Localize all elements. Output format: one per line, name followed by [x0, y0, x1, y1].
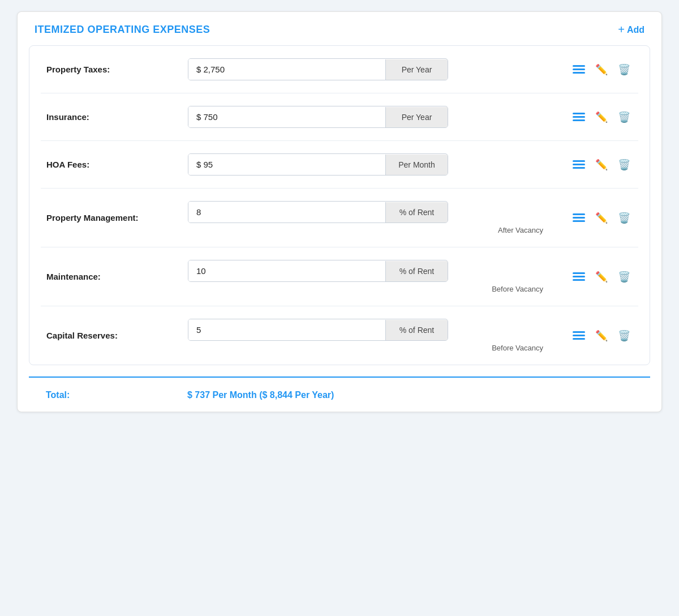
expense-label-property-management: Property Management: [46, 213, 177, 223]
sub-label-property-management: After Vacancy [287, 226, 548, 234]
expense-row: Property Taxes: Per Year ✏️ 🗑️ [41, 46, 638, 93]
input-with-unit-capital-reserves: % of Rent [188, 319, 448, 341]
unit-badge-hoa-fees: Per Month [385, 155, 448, 175]
edit-button-insurance[interactable]: ✏️ [593, 109, 610, 126]
edit-button-capital-reserves[interactable]: ✏️ [593, 327, 610, 344]
reorder-button-insurance[interactable] [570, 110, 587, 123]
action-icons-insurance: ✏️ 🗑️ [570, 109, 633, 126]
expense-input-group-property-management: % of Rent After Vacancy [188, 201, 548, 234]
expense-label-insurance: Insurance: [46, 112, 177, 122]
expense-input-maintenance[interactable] [188, 260, 385, 281]
expense-input-property-management[interactable] [188, 202, 385, 223]
unit-badge-property-management: % of Rent [385, 202, 448, 223]
reorder-icon-property-management [573, 213, 585, 222]
expense-label-maintenance: Maintenance: [46, 272, 177, 281]
pencil-icon-maintenance: ✏️ [595, 271, 608, 283]
expense-label-capital-reserves: Capital Reserves: [46, 331, 177, 340]
reorder-icon-property-taxes [573, 65, 585, 74]
expense-input-group-hoa-fees: Per Month [188, 153, 548, 176]
trash-icon-property-management: 🗑️ [618, 212, 630, 224]
expenses-list: Property Taxes: Per Year ✏️ 🗑️ [29, 45, 650, 365]
trash-icon-capital-reserves: 🗑️ [618, 330, 630, 342]
plus-icon: + [618, 23, 625, 36]
expense-input-group-maintenance: % of Rent Before Vacancy [188, 260, 548, 293]
reorder-button-property-management[interactable] [570, 211, 587, 224]
expense-row: Insurance: Per Year ✏️ 🗑️ [41, 93, 638, 141]
delete-button-capital-reserves[interactable]: 🗑️ [616, 327, 633, 344]
expense-input-group-insurance: Per Year [188, 106, 548, 128]
expense-input-hoa-fees[interactable] [188, 154, 385, 175]
pencil-icon-insurance: ✏️ [595, 111, 608, 123]
expense-input-group-capital-reserves: % of Rent Before Vacancy [188, 319, 548, 352]
unit-badge-capital-reserves: % of Rent [385, 320, 448, 340]
pencil-icon-property-taxes: ✏️ [595, 63, 608, 76]
action-icons-property-taxes: ✏️ 🗑️ [570, 61, 633, 78]
delete-button-property-management[interactable]: 🗑️ [616, 209, 633, 226]
trash-icon-hoa-fees: 🗑️ [618, 159, 630, 171]
expense-row: Property Management: % of Rent After Vac… [41, 189, 638, 247]
input-with-unit-maintenance: % of Rent [188, 260, 448, 282]
reorder-icon-insurance [573, 113, 585, 121]
sub-label-capital-reserves: Before Vacancy [287, 344, 548, 352]
expense-label-hoa-fees: HOA Fees: [46, 160, 177, 169]
reorder-button-maintenance[interactable] [570, 270, 587, 283]
reorder-icon-maintenance [573, 272, 585, 281]
total-value: $ 737 Per Month ($ 8,844 Per Year) [187, 390, 334, 400]
input-with-unit-property-management: % of Rent [188, 201, 448, 223]
reorder-button-hoa-fees[interactable] [570, 158, 587, 171]
edit-button-property-taxes[interactable]: ✏️ [593, 61, 610, 78]
delete-button-hoa-fees[interactable]: 🗑️ [616, 156, 633, 173]
page-title: ITEMIZED OPERATING EXPENSES [35, 24, 210, 36]
trash-icon-maintenance: 🗑️ [618, 271, 630, 283]
add-label: Add [627, 25, 644, 35]
expense-input-property-taxes[interactable] [188, 59, 385, 80]
action-icons-capital-reserves: ✏️ 🗑️ [570, 327, 633, 344]
input-with-unit-property-taxes: Per Year [188, 58, 448, 80]
expense-row: Capital Reserves: % of Rent Before Vacan… [41, 306, 638, 365]
expense-label-property-taxes: Property Taxes: [46, 65, 177, 74]
expense-row: Maintenance: % of Rent Before Vacancy ✏️ [41, 247, 638, 306]
expense-input-insurance[interactable] [188, 106, 385, 127]
total-row: Total: $ 737 Per Month ($ 8,844 Per Year… [29, 377, 650, 406]
total-label: Total: [46, 390, 176, 400]
edit-button-hoa-fees[interactable]: ✏️ [593, 156, 610, 173]
delete-button-property-taxes[interactable]: 🗑️ [616, 61, 633, 78]
unit-badge-insurance: Per Year [385, 107, 448, 127]
trash-icon-property-taxes: 🗑️ [618, 63, 630, 76]
pencil-icon-capital-reserves: ✏️ [595, 330, 608, 342]
action-icons-maintenance: ✏️ 🗑️ [570, 268, 633, 285]
expense-input-capital-reserves[interactable] [188, 319, 385, 340]
action-icons-hoa-fees: ✏️ 🗑️ [570, 156, 633, 173]
action-icons-property-management: ✏️ 🗑️ [570, 209, 633, 226]
input-with-unit-insurance: Per Year [188, 106, 448, 128]
add-button[interactable]: + Add [618, 23, 644, 36]
expense-row: HOA Fees: Per Month ✏️ 🗑️ [41, 141, 638, 189]
reorder-button-capital-reserves[interactable] [570, 329, 587, 342]
trash-icon-insurance: 🗑️ [618, 111, 630, 123]
reorder-icon-capital-reserves [573, 331, 585, 340]
delete-button-maintenance[interactable]: 🗑️ [616, 268, 633, 285]
reorder-icon-hoa-fees [573, 160, 585, 169]
unit-badge-property-taxes: Per Year [385, 59, 448, 80]
unit-badge-maintenance: % of Rent [385, 261, 448, 281]
pencil-icon-hoa-fees: ✏️ [595, 159, 608, 171]
edit-button-maintenance[interactable]: ✏️ [593, 268, 610, 285]
pencil-icon-property-management: ✏️ [595, 212, 608, 224]
card-header: ITEMIZED OPERATING EXPENSES + Add [18, 12, 661, 45]
expenses-card: ITEMIZED OPERATING EXPENSES + Add Proper… [17, 11, 662, 412]
delete-button-insurance[interactable]: 🗑️ [616, 109, 633, 126]
input-with-unit-hoa-fees: Per Month [188, 153, 448, 176]
sub-label-maintenance: Before Vacancy [287, 285, 548, 293]
edit-button-property-management[interactable]: ✏️ [593, 209, 610, 226]
reorder-button-property-taxes[interactable] [570, 63, 587, 76]
expense-input-group-property-taxes: Per Year [188, 58, 548, 80]
